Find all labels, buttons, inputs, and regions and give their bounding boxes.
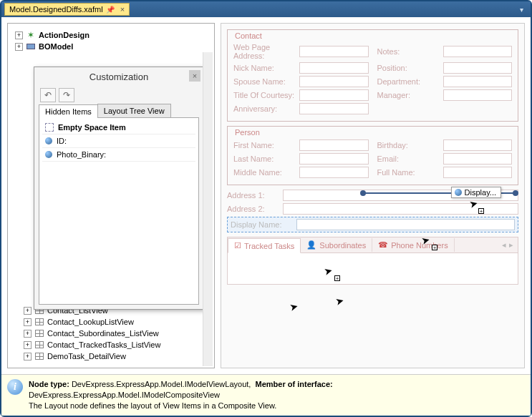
tab-scroll-left[interactable]: ◂: [502, 240, 506, 250]
cursor-icon: ➤: [334, 295, 346, 308]
field-label: Position:: [377, 64, 443, 72]
tree-node[interactable]: +Contact_Subordinates_ListView: [24, 328, 211, 339]
field-label: Address 1:: [227, 191, 283, 200]
text-input[interactable]: [299, 139, 369, 151]
phone-icon: ☎: [378, 240, 388, 250]
field-label: Anniversary:: [233, 104, 299, 113]
group-person[interactable]: Person First Name:Birthday: Last Name:Em…: [227, 126, 518, 185]
action-icon: ✶: [26, 30, 36, 40]
app-window: Model.DesignedDiffs.xafml 📌 × ▾ + ✶ Acti…: [0, 0, 532, 417]
info-bar: i Node type: DevExpress.ExpressApp.Model…: [1, 374, 531, 416]
group-title: Contact: [235, 31, 262, 40]
displayname-row-drop-target[interactable]: Display Name:: [227, 217, 518, 232]
text-input[interactable]: [299, 167, 369, 178]
expand-icon[interactable]: +: [24, 341, 32, 349]
tree-label: Contact_LookupListView: [47, 318, 134, 326]
info-text: Node type: DevExpress.ExpressApp.Model.I…: [29, 379, 333, 411]
tree-node[interactable]: +Contact_LookupListView: [24, 316, 211, 328]
dialog-toolbar: ↶ ↷: [34, 87, 203, 104]
tab-content: [227, 253, 518, 285]
undo-button[interactable]: ↶: [40, 88, 56, 102]
tree-label: Contact_Subordinates_ListView: [47, 329, 159, 338]
expand-icon[interactable]: +: [15, 43, 23, 51]
customization-dialog[interactable]: Customization × ↶ ↷ Hidden Items Layout …: [34, 67, 204, 310]
user-icon: 👤: [306, 240, 316, 250]
document-tab[interactable]: Model.DesignedDiffs.xafml 📌 ×: [4, 3, 130, 16]
tab-phone-numbers[interactable]: ☎Phone Numbers: [372, 238, 455, 252]
tab-scroll-right[interactable]: ▸: [509, 240, 513, 250]
cursor-icon: ➤: [289, 300, 300, 314]
detail-tabs: ☑Tracked Tasks 👤Subordinates ☎Phone Numb…: [227, 237, 518, 253]
tab-label: Tracked Tasks: [244, 242, 294, 250]
text-input[interactable]: [443, 62, 513, 74]
item-label: ID:: [57, 137, 67, 145]
layout-designer[interactable]: Contact Web Page Address:Notes: Nick Nam…: [221, 23, 525, 368]
group-title: Person: [235, 128, 260, 137]
field-label: Birthday:: [377, 141, 443, 149]
view-icon: [34, 351, 44, 361]
list-item[interactable]: ID:: [42, 134, 195, 148]
text-input[interactable]: [443, 153, 513, 165]
tab-hidden-items[interactable]: Hidden Items: [39, 104, 98, 118]
check-icon: ☑: [234, 241, 241, 250]
expand-icon[interactable]: +: [24, 307, 32, 315]
text-input[interactable]: [443, 89, 513, 101]
tree-label: ActionDesign: [39, 31, 90, 39]
tab-tracked-tasks[interactable]: ☑Tracked Tasks: [228, 238, 301, 253]
text-input[interactable]: [296, 219, 515, 230]
tab-label: Subordinates: [319, 241, 366, 250]
text-input[interactable]: [299, 62, 369, 74]
tree-node[interactable]: +DemoTask_DetailView: [24, 350, 211, 362]
dialog-close-button[interactable]: ×: [189, 70, 200, 82]
expand-icon[interactable]: +: [15, 31, 23, 39]
node-type-label: Node type:: [29, 380, 69, 388]
field-label: Email:: [377, 154, 443, 163]
text-input[interactable]: [443, 46, 513, 57]
text-input[interactable]: [299, 153, 369, 165]
tab-scroll-nav: ◂ ▸: [498, 240, 518, 250]
redo-button[interactable]: ↷: [59, 88, 74, 102]
tab-layout-tree[interactable]: Layout Tree View: [97, 104, 171, 117]
close-icon[interactable]: ×: [120, 5, 125, 14]
text-input[interactable]: [299, 103, 369, 114]
drag-label: Display...: [465, 188, 496, 197]
text-input[interactable]: [443, 76, 513, 87]
field-label: Web Page Address:: [233, 43, 299, 60]
dialog-title: Customization ×: [34, 67, 203, 87]
list-item[interactable]: Empty Space Item: [42, 121, 195, 134]
dialog-title-text: Customization: [90, 72, 148, 82]
field-label: Manager:: [377, 91, 443, 99]
model-tree-top: + ✶ ActionDesign + BOModel: [8, 24, 214, 55]
hidden-items-list: Empty Space Item ID: Photo_Binary:: [39, 118, 199, 305]
tree-label: Contact_TrackedTasks_ListView: [47, 340, 160, 349]
text-input[interactable]: [299, 46, 369, 57]
scrollbar[interactable]: [203, 52, 213, 366]
group-contact[interactable]: Contact Web Page Address:Notes: Nick Nam…: [227, 29, 518, 122]
text-input[interactable]: [299, 76, 369, 87]
node-type-value: DevExpress.ExpressApp.Model.IModelViewLa…: [72, 380, 251, 388]
expand-icon[interactable]: +: [24, 330, 32, 338]
expand-icon[interactable]: +: [24, 353, 32, 360]
text-input[interactable]: [443, 167, 513, 178]
field-label: Full Name:: [377, 168, 443, 177]
field-label: Display Name:: [231, 220, 296, 229]
address2-row[interactable]: Address 2:: [227, 203, 518, 215]
field-icon: [45, 151, 52, 158]
view-icon: [34, 340, 44, 350]
field-label: Notes:: [377, 47, 443, 56]
expand-icon[interactable]: +: [24, 318, 32, 326]
window-menu-dropdown[interactable]: ▾: [520, 6, 528, 14]
pin-icon[interactable]: 📌: [106, 6, 115, 14]
tree-node-actiondesign[interactable]: + ✶ ActionDesign: [15, 29, 211, 41]
field-label: Nick Name:: [233, 64, 299, 72]
info-description: The Layout node defines the layout of Vi…: [29, 401, 276, 410]
tree-node[interactable]: +Contact_TrackedTasks_ListView: [24, 339, 211, 350]
item-label: Empty Space Item: [58, 123, 126, 132]
model-tree-panel: + ✶ ActionDesign + BOModel Customization…: [7, 23, 215, 368]
tree-node-bomodel[interactable]: + BOModel: [15, 41, 211, 52]
text-input[interactable]: [443, 139, 513, 151]
list-item[interactable]: Photo_Binary:: [42, 148, 195, 162]
text-input[interactable]: [299, 89, 369, 101]
tab-subordinates[interactable]: 👤Subordinates: [301, 238, 372, 252]
field-label: Title Of Courtesy:: [233, 91, 299, 99]
